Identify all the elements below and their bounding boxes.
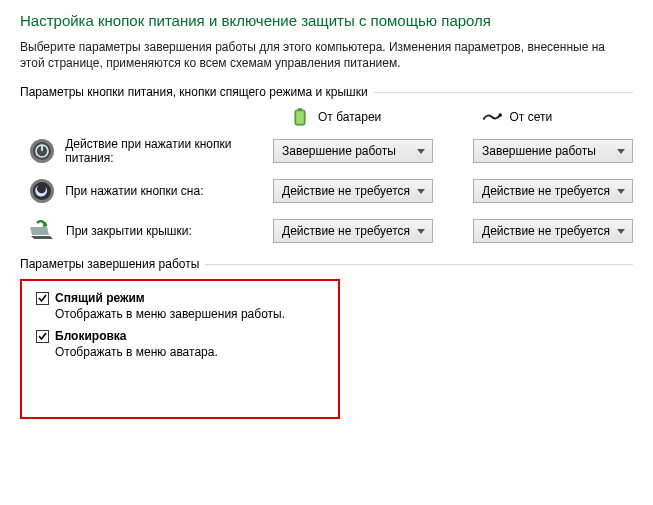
page-description: Выберите параметры завершения работы для… bbox=[20, 39, 610, 71]
power-button-icon bbox=[28, 137, 55, 165]
row-power-button-label: Действие при нажатии кнопки питания: bbox=[65, 137, 273, 165]
select-power-plugged[interactable]: Завершение работы bbox=[473, 139, 633, 163]
checkbox-lock[interactable] bbox=[36, 330, 49, 343]
select-value: Действие не требуется bbox=[282, 224, 410, 238]
divider bbox=[205, 264, 633, 265]
select-sleep-battery[interactable]: Действие не требуется bbox=[273, 179, 433, 203]
columns-header: От батареи От сети bbox=[20, 107, 633, 127]
row-lid-close-label: При закрытии крышки: bbox=[66, 224, 273, 238]
row-sleep-button-label: При нажатии кнопки сна: bbox=[65, 184, 273, 198]
select-sleep-plugged[interactable]: Действие не требуется bbox=[473, 179, 633, 203]
sleep-button-icon bbox=[28, 177, 55, 205]
select-power-battery[interactable]: Завершение работы bbox=[273, 139, 433, 163]
select-value: Действие не требуется bbox=[482, 184, 610, 198]
divider bbox=[374, 92, 633, 93]
column-plugged-label: От сети bbox=[510, 110, 553, 124]
group-shutdown: Параметры завершения работы bbox=[20, 257, 633, 271]
row-lid-close: При закрытии крышки: Действие не требует… bbox=[20, 217, 633, 245]
option-lock-desc: Отображать в меню аватара. bbox=[55, 345, 324, 359]
chevron-down-icon bbox=[416, 146, 426, 156]
row-sleep-button: При нажатии кнопки сна: Действие не треб… bbox=[20, 177, 633, 205]
column-battery: От батареи bbox=[290, 107, 442, 127]
chevron-down-icon bbox=[616, 186, 626, 196]
svg-point-3 bbox=[498, 114, 502, 118]
option-sleep: Спящий режим Отображать в меню завершени… bbox=[36, 291, 324, 321]
chevron-down-icon bbox=[416, 186, 426, 196]
plug-icon bbox=[482, 107, 502, 127]
option-sleep-desc: Отображать в меню завершения работы. bbox=[55, 307, 324, 321]
checkbox-sleep[interactable] bbox=[36, 292, 49, 305]
column-plugged: От сети bbox=[482, 107, 634, 127]
option-sleep-title: Спящий режим bbox=[55, 291, 145, 305]
chevron-down-icon bbox=[616, 226, 626, 236]
chevron-down-icon bbox=[616, 146, 626, 156]
lid-close-icon bbox=[28, 217, 56, 245]
select-value: Действие не требуется bbox=[482, 224, 610, 238]
shutdown-options-highlight: Спящий режим Отображать в меню завершени… bbox=[20, 279, 340, 419]
select-lid-battery[interactable]: Действие не требуется bbox=[273, 219, 433, 243]
row-power-button: Действие при нажатии кнопки питания: Зав… bbox=[20, 137, 633, 165]
battery-icon bbox=[290, 107, 310, 127]
select-value: Завершение работы bbox=[482, 144, 596, 158]
select-value: Завершение работы bbox=[282, 144, 396, 158]
select-value: Действие не требуется bbox=[282, 184, 410, 198]
select-lid-plugged[interactable]: Действие не требуется bbox=[473, 219, 633, 243]
group-power-buttons: Параметры кнопки питания, кнопки спящего… bbox=[20, 85, 633, 99]
group-shutdown-label: Параметры завершения работы bbox=[20, 257, 199, 271]
group-power-buttons-label: Параметры кнопки питания, кнопки спящего… bbox=[20, 85, 368, 99]
column-battery-label: От батареи bbox=[318, 110, 381, 124]
page-title: Настройка кнопок питания и включение защ… bbox=[20, 12, 633, 29]
option-lock: Блокировка Отображать в меню аватара. bbox=[36, 329, 324, 359]
chevron-down-icon bbox=[416, 226, 426, 236]
option-lock-title: Блокировка bbox=[55, 329, 127, 343]
svg-rect-2 bbox=[297, 112, 304, 124]
